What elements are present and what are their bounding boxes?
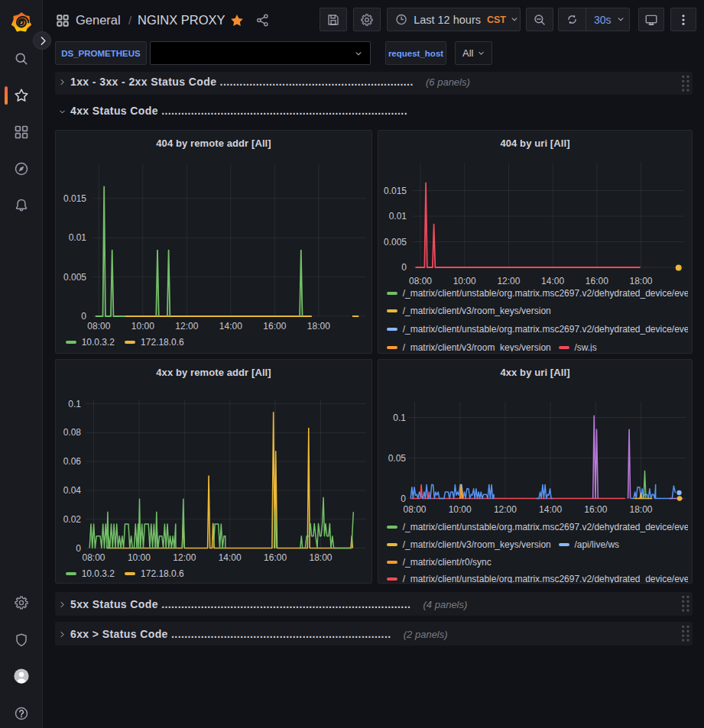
svg-text:0: 0 bbox=[81, 311, 86, 322]
svg-text:12:00: 12:00 bbox=[175, 321, 198, 332]
svg-text:14:00: 14:00 bbox=[539, 504, 562, 515]
svg-text:0: 0 bbox=[401, 493, 406, 504]
svg-text:18:00: 18:00 bbox=[629, 276, 652, 286]
svg-text:12:00: 12:00 bbox=[494, 504, 517, 515]
svg-text:10:00: 10:00 bbox=[453, 276, 476, 286]
svg-text:10:00: 10:00 bbox=[449, 504, 472, 515]
svg-text:0.005: 0.005 bbox=[63, 272, 86, 283]
svg-text:0.1: 0.1 bbox=[393, 413, 406, 423]
svg-text:16:00: 16:00 bbox=[584, 504, 607, 515]
svg-text:0.015: 0.015 bbox=[63, 193, 86, 204]
svg-text:14:00: 14:00 bbox=[541, 276, 564, 286]
svg-text:0.005: 0.005 bbox=[384, 237, 407, 248]
svg-text:0.01: 0.01 bbox=[69, 232, 87, 243]
svg-text:12:00: 12:00 bbox=[173, 552, 196, 563]
svg-text:18:00: 18:00 bbox=[309, 552, 332, 563]
svg-text:0.1: 0.1 bbox=[68, 399, 81, 409]
svg-text:14:00: 14:00 bbox=[219, 321, 242, 332]
svg-text:16:00: 16:00 bbox=[264, 552, 287, 563]
svg-text:08:00: 08:00 bbox=[87, 321, 110, 332]
svg-text:0.06: 0.06 bbox=[63, 456, 82, 467]
svg-text:0.02: 0.02 bbox=[63, 514, 82, 525]
svg-text:0.05: 0.05 bbox=[388, 453, 407, 464]
svg-text:16:00: 16:00 bbox=[586, 276, 608, 286]
svg-text:16:00: 16:00 bbox=[263, 321, 286, 332]
svg-text:0: 0 bbox=[76, 543, 81, 554]
svg-text:0.01: 0.01 bbox=[389, 211, 407, 222]
svg-text:0.015: 0.015 bbox=[384, 186, 407, 196]
svg-text:0.08: 0.08 bbox=[63, 427, 82, 438]
svg-text:08:00: 08:00 bbox=[409, 276, 432, 286]
svg-text:18:00: 18:00 bbox=[629, 504, 652, 515]
svg-text:10:00: 10:00 bbox=[128, 552, 151, 563]
svg-text:12:00: 12:00 bbox=[497, 276, 520, 286]
svg-text:0: 0 bbox=[401, 262, 407, 273]
svg-text:18:00: 18:00 bbox=[307, 321, 330, 332]
svg-text:08:00: 08:00 bbox=[403, 504, 426, 515]
svg-text:14:00: 14:00 bbox=[219, 552, 242, 563]
svg-text:0.04: 0.04 bbox=[63, 485, 82, 496]
svg-text:08:00: 08:00 bbox=[82, 552, 105, 563]
svg-text:10:00: 10:00 bbox=[131, 321, 154, 332]
